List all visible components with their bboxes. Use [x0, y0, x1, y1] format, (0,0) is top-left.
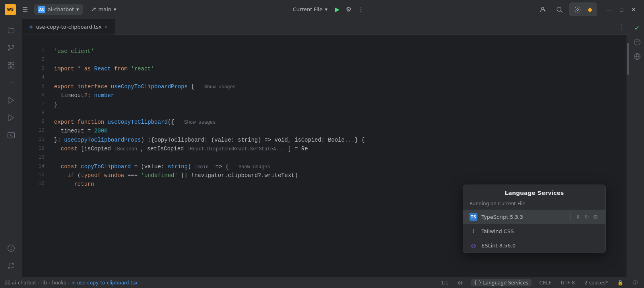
scrollbar-thumb: [627, 43, 629, 75]
popup-subtitle: Running on Current File: [463, 199, 605, 210]
language-services-popup: Language Services Running on Current Fil…: [463, 185, 606, 253]
add-profile-button[interactable]: [536, 4, 549, 15]
tailwind-service-item[interactable]: ⌇ Tailwind CSS: [463, 224, 605, 238]
diamond-icon-button[interactable]: ◆: [584, 4, 596, 15]
ts-download-button[interactable]: ⬇: [575, 213, 581, 221]
sidebar-item-more[interactable]: ···: [3, 75, 19, 91]
code-line-3: 3 import * as React from 'react': [22, 64, 627, 73]
code-line-15: 15 if (typeof window === 'undefined' || …: [22, 171, 627, 180]
code-line-6: 6 timeout?: number: [22, 91, 627, 100]
minimize-button[interactable]: —: [603, 6, 615, 14]
more-actions-button[interactable]: ⋮: [355, 4, 367, 15]
globe-icon[interactable]: [632, 51, 643, 62]
ts-icon: TS: [469, 213, 477, 221]
code-line-13: 13: [22, 154, 627, 162]
code-line-2: 2: [22, 56, 627, 64]
sidebar-item-play[interactable]: [3, 110, 19, 126]
breadcrumb: ai-chatbot › lib › hooks › ⚛ use-copy-to…: [5, 280, 138, 286]
show-usages-hint-1[interactable]: Show usages: [204, 84, 236, 90]
sidebar-item-problems[interactable]: [3, 240, 19, 256]
branch-selector[interactable]: ⎇ main ▾: [86, 5, 120, 14]
ts-refresh-button[interactable]: ↻: [584, 213, 590, 221]
sidebar-item-extensions[interactable]: [3, 57, 19, 73]
svg-point-20: [8, 267, 10, 268]
title-bar: WS ☰ AC ai-chatbot ▾ ⎇ main ▾ Current Fi…: [0, 0, 644, 19]
sidebar-item-git[interactable]: [3, 40, 19, 56]
tab-more-button[interactable]: ⋮: [614, 23, 630, 31]
svg-rect-13: [12, 66, 14, 68]
title-actions: ◆ — □ ✕: [536, 2, 639, 16]
project-chevron-icon: ▾: [76, 6, 79, 12]
code-line-10: 10 timeout = 2000: [22, 126, 627, 135]
ai-assistant-icon[interactable]: [632, 37, 643, 48]
lock-icon[interactable]: 🔓: [616, 280, 625, 286]
editor-scrollbar[interactable]: [627, 35, 630, 277]
tab-close-button[interactable]: ×: [104, 23, 109, 31]
svg-point-8: [8, 49, 10, 50]
tab-filename: use-copy-to-clipboard.tsx: [36, 24, 102, 30]
svg-point-3: [557, 7, 561, 12]
search-button[interactable]: [553, 4, 566, 15]
code-editor: 1 'use client' 2 3 import * as React fro…: [22, 35, 630, 277]
breadcrumb-filename: use-copy-to-clipboard.tsx: [77, 280, 138, 286]
ts-service-item[interactable]: TS TypeScript 5.3.3 ⬇ ↻ ⚙: [463, 210, 605, 224]
branch-chevron-icon: ▾: [114, 6, 116, 12]
run-config-selector[interactable]: Current File ▾: [289, 5, 331, 14]
project-icon: AC: [38, 6, 45, 13]
code-line-1: 1 'use client': [22, 47, 627, 56]
sidebar: ···: [0, 19, 22, 277]
hamburger-button[interactable]: ☰: [19, 4, 31, 15]
ws-logo: WS: [5, 4, 16, 15]
project-name: ai-chatbot: [48, 6, 74, 12]
language-services-status[interactable]: { } Language Services: [471, 279, 531, 286]
code-line-12: 12 const [isCopied :Boolean , setIsCopie…: [22, 144, 627, 153]
close-button[interactable]: ✕: [628, 6, 639, 14]
cursor-position[interactable]: 1:1: [439, 280, 450, 286]
breadcrumb-file-icon: ⚛: [71, 280, 76, 286]
tailwind-service-name: Tailwind CSS: [481, 228, 599, 234]
svg-rect-23: [6, 280, 7, 282]
run-button[interactable]: ▶: [332, 4, 343, 15]
breadcrumb-sep1: ›: [38, 280, 40, 286]
svg-rect-26: [8, 283, 10, 285]
status-items: 1:1 @ { } Language Services CRLF UTF-8 2…: [439, 279, 639, 286]
breadcrumb-sep3: ›: [68, 280, 70, 286]
checkmark-icon[interactable]: ✓: [632, 22, 643, 33]
charset[interactable]: UTF-8: [559, 280, 576, 286]
show-usages-hint-3[interactable]: Show usages: [239, 164, 270, 170]
eslint-icon: ◎: [469, 241, 477, 249]
info-icon[interactable]: ⓘ: [631, 279, 639, 286]
maximize-button[interactable]: □: [617, 6, 627, 14]
project-selector[interactable]: AC ai-chatbot ▾: [34, 4, 83, 15]
window-controls: — □ ✕: [603, 6, 639, 14]
ts-settings-button[interactable]: ⚙: [592, 213, 599, 221]
breadcrumb-project: ai-chatbot: [12, 280, 36, 286]
eslint-service-item[interactable]: ◎ ESLint 8.56.0: [463, 238, 605, 253]
code-line-9: 9 export function useCopyToClipboard({ S…: [22, 118, 627, 126]
sidebar-item-terminal[interactable]: [3, 127, 19, 143]
encoding-icon[interactable]: @: [456, 280, 464, 286]
title-center: Current File ▾ ▶ ⚙ ⋮: [124, 4, 533, 15]
branch-icon: ⎇: [90, 6, 96, 12]
code-line-4: 4: [22, 74, 627, 82]
svg-rect-25: [6, 283, 7, 285]
show-usages-hint-2[interactable]: Show usages: [184, 120, 215, 125]
settings-button[interactable]: [571, 4, 584, 15]
sidebar-item-git-changes[interactable]: [3, 258, 19, 274]
sidebar-item-run[interactable]: [3, 92, 19, 108]
separator: [570, 214, 571, 220]
right-sidebar: ✓: [630, 19, 644, 277]
ts-service-name: TypeScript 5.3.3: [481, 214, 565, 220]
svg-marker-14: [9, 97, 14, 103]
line-ending[interactable]: CRLF: [538, 280, 553, 286]
svg-rect-12: [8, 66, 10, 68]
popup-title: Language Services: [463, 185, 605, 199]
tsx-icon: ⚛: [29, 24, 34, 30]
code-line-empty1: [22, 38, 627, 47]
svg-point-0: [541, 7, 544, 10]
debug-button[interactable]: ⚙: [343, 4, 355, 15]
editor-tab[interactable]: ⚛ use-copy-to-clipboard.tsx ×: [22, 19, 115, 35]
indent[interactable]: 2 spaces*: [583, 280, 609, 286]
breadcrumb-sep2: ›: [48, 280, 50, 286]
sidebar-item-folder[interactable]: [3, 22, 19, 38]
